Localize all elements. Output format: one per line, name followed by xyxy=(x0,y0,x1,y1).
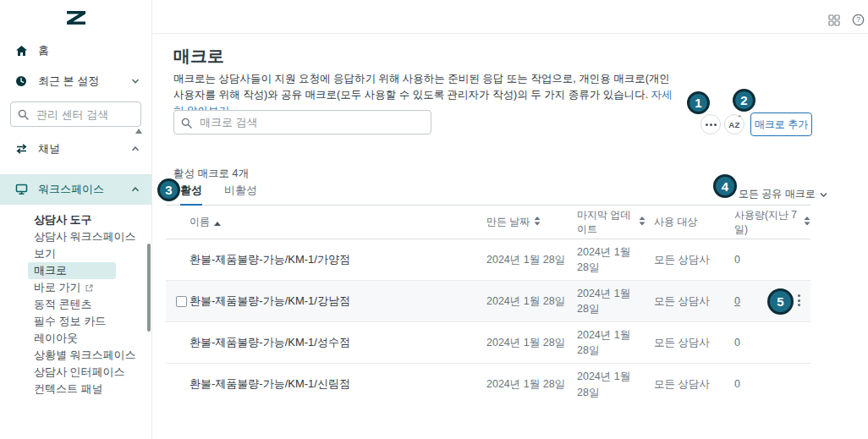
admin-search-input[interactable] xyxy=(10,102,141,127)
annotation-badge-1: 1 xyxy=(687,91,710,114)
tab-active[interactable]: 활성 xyxy=(180,183,202,206)
caret-updown-icon xyxy=(804,217,810,228)
caret-updown-icon xyxy=(639,217,646,228)
annotation-badge-5: 5 xyxy=(767,288,794,315)
sidebar-item-recent[interactable]: 최근 본 설정 xyxy=(0,66,151,96)
sidebar-scrollbar-thumb[interactable] xyxy=(147,244,151,332)
clock-icon xyxy=(15,75,28,87)
home-icon xyxy=(15,45,28,57)
column-label: 만든 날짜 xyxy=(486,215,530,229)
sidebar-section-label: 채널 xyxy=(38,141,60,156)
chevron-up-icon xyxy=(131,185,140,194)
add-macro-button[interactable]: 매크로 추가 xyxy=(750,112,812,136)
caret-updown-icon xyxy=(534,217,541,228)
usage-count: 0 xyxy=(726,252,810,267)
sidebar-item-essential-cards[interactable]: 필수 정보 카드 xyxy=(34,313,151,330)
overflow-menu-button[interactable] xyxy=(700,114,721,134)
macro-name-link[interactable]: 환불-제품불량-가능/KM-1/강남점 xyxy=(166,294,478,310)
shared-macro-filter-dropdown[interactable]: 모든 공유 매크로 xyxy=(739,187,827,201)
sidebar-item-contextual-workspaces[interactable]: 상황별 워크스페이스 xyxy=(34,347,151,364)
column-target: 사용 대상 xyxy=(646,215,726,229)
sidebar-item-layouts[interactable]: 레이아웃 xyxy=(34,330,151,347)
macro-search xyxy=(173,110,431,134)
column-created[interactable]: 만든 날짜 xyxy=(478,215,569,229)
updated-date: 2024년 1월 28일 xyxy=(569,244,646,275)
chevron-down-icon xyxy=(131,77,140,85)
table-row-hovered[interactable]: 환불-제품불량-가능/KM-1/강남점 2024년 1월 28일 2024년 1… xyxy=(166,281,810,322)
description-line-2: 사용할 수 있도록 관리자가 작성)의 두 가지 종류가 있습니다. xyxy=(365,89,648,101)
updated-date: 2024년 1월 28일 xyxy=(569,327,646,358)
column-label: 이름 xyxy=(190,215,210,229)
column-label: 사용량(지난 7일) xyxy=(734,208,799,237)
column-usage[interactable]: 사용량(지난 7일) xyxy=(726,208,810,237)
sidebar-item-agent-interface[interactable]: 상담사 인터페이스 xyxy=(34,364,151,381)
sidebar-item-dynamic-content[interactable]: 동적 콘텐츠 xyxy=(34,296,151,313)
kebab-icon[interactable] xyxy=(796,293,802,308)
sidebar-section-label: 워크스페이스 xyxy=(38,182,104,197)
main-content: 매크로 매크로는 상담사들이 지원 요청에 응답하기 위해 사용하는 준비된 응… xyxy=(152,34,868,439)
macro-search-input[interactable] xyxy=(173,110,431,134)
sidebar-item-label: 홈 xyxy=(38,43,49,58)
subnav-group-agent-tools: 상담사 도구 xyxy=(34,211,151,228)
annotation-badge-3: 3 xyxy=(157,178,180,201)
external-link-icon xyxy=(85,284,93,292)
logo-row xyxy=(0,0,151,36)
column-updated[interactable]: 마지막 업데이트 xyxy=(569,208,646,237)
topbar: ? xyxy=(152,0,868,34)
annotation-badge-2: 2 xyxy=(733,89,755,112)
chevron-down-icon xyxy=(820,189,827,200)
created-date: 2024년 1월 28일 xyxy=(478,335,569,350)
sidebar-item-agent-workspace[interactable]: 상담사 워크스페이스 xyxy=(34,228,151,245)
sort-az-button[interactable]: AZ xyxy=(724,114,744,134)
usage-count: 0 xyxy=(726,335,810,350)
sidebar-section-channels[interactable]: 채널 xyxy=(0,134,151,164)
sidebar-item-shortcuts[interactable]: 바로 가기 xyxy=(34,279,151,296)
created-date: 2024년 1월 28일 xyxy=(478,252,569,267)
usage-target: 모든 상담사 xyxy=(646,335,726,350)
sidebar-item-context-panel[interactable]: 컨텍스트 패널 xyxy=(34,381,151,398)
apps-grid-icon[interactable] xyxy=(828,14,840,30)
swap-arrows-icon xyxy=(15,143,28,155)
usage-target: 모든 상담사 xyxy=(646,294,726,309)
chevron-up-icon xyxy=(131,145,140,153)
created-date: 2024년 1월 28일 xyxy=(478,294,569,309)
table-row[interactable]: 환불-제품불량-가능/KM-1/가양점 2024년 1월 28일 2024년 1… xyxy=(166,239,810,281)
annotation-badge-4: 4 xyxy=(713,174,737,198)
search-icon xyxy=(181,117,192,132)
usage-target: 모든 상담사 xyxy=(646,252,726,267)
svg-text:?: ? xyxy=(856,15,860,24)
sidebar: 홈 최근 본 설정 채널 워크스페이스 상담사 도 xyxy=(0,0,152,439)
usage-target: 모든 상담사 xyxy=(646,376,726,392)
macro-table: 이름 만든 날짜 마지막 업데이트 사용 대상 사용량(지난 7일) 환불-제품… xyxy=(166,206,810,405)
column-label: 마지막 업데이트 xyxy=(577,208,635,237)
sidebar-item-label: 바로 가기 xyxy=(34,281,81,294)
help-icon[interactable]: ? xyxy=(852,14,865,30)
created-date: 2024년 1월 28일 xyxy=(478,376,569,392)
zendesk-logo xyxy=(65,9,87,26)
caret-up-icon xyxy=(214,217,221,228)
sidebar-item-views[interactable]: 보기 xyxy=(34,245,151,262)
column-label: 사용 대상 xyxy=(654,215,697,229)
macro-name-link[interactable]: 환불-제품불량-가능/KM-1/성수점 xyxy=(166,335,478,351)
usage-count: 0 xyxy=(726,376,810,392)
sidebar-section-workspace[interactable]: 워크스페이스 xyxy=(0,174,151,205)
filter-label: 모든 공유 매크로 xyxy=(739,187,816,201)
scrollbar-up-arrow[interactable] xyxy=(135,129,142,134)
search-icon xyxy=(18,108,29,123)
sidebar-item-label: 최근 본 설정 xyxy=(38,74,99,89)
sidebar-item-macros[interactable]: 매크로 xyxy=(28,262,116,279)
table-row[interactable]: 환불-제품불량-가능/KM-1/성수점 2024년 1월 28일 2024년 1… xyxy=(166,322,810,364)
column-name[interactable]: 이름 xyxy=(166,215,478,229)
row-checkbox[interactable] xyxy=(176,296,187,307)
sidebar-item-home[interactable]: 홈 xyxy=(0,36,151,66)
macro-name-link[interactable]: 환불-제품불량-가능/KM-1/신림점 xyxy=(166,376,478,392)
macro-name-link[interactable]: 환불-제품불량-가능/KM-1/가양점 xyxy=(166,252,478,268)
updated-date: 2024년 1월 28일 xyxy=(569,369,646,399)
monitor-icon xyxy=(15,184,28,195)
tab-inactive[interactable]: 비활성 xyxy=(224,183,257,205)
active-macro-count: 활성 매크로 4개 xyxy=(173,167,249,181)
admin-search xyxy=(10,102,141,127)
table-row[interactable]: 환불-제품불량-가능/KM-1/신림점 2024년 1월 28일 2024년 1… xyxy=(166,364,810,405)
workspace-subnav: 상담사 도구 상담사 워크스페이스 보기 매크로 바로 가기 동적 콘텐츠 필수… xyxy=(0,205,151,398)
updated-date: 2024년 1월 28일 xyxy=(569,286,646,316)
